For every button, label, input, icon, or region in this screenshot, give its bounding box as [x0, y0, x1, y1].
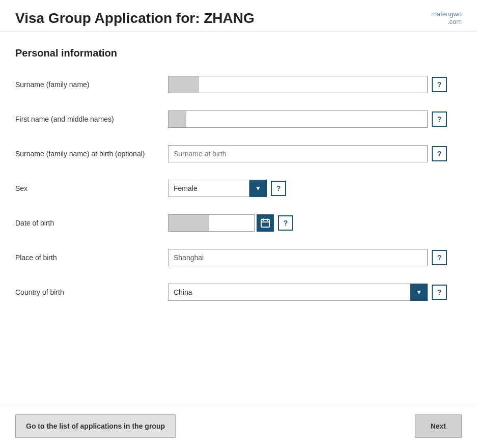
page-footer: Go to the list of applications in the gr… — [0, 404, 477, 448]
firstname-help-button[interactable]: ? — [432, 111, 447, 127]
svg-rect-3 — [267, 218, 268, 221]
firstname-input[interactable] — [168, 110, 428, 128]
place-of-birth-help-button[interactable]: ? — [432, 250, 447, 265]
sex-control-group: ▼ ? — [168, 180, 462, 197]
surname-control-group: ? — [168, 76, 462, 93]
place-of-birth-label: Place of birth — [15, 254, 168, 262]
form-content: Personal information Surname (family nam… — [0, 32, 477, 324]
surname-row: Surname (family name) ? — [15, 72, 462, 97]
dob-input[interactable] — [168, 214, 255, 232]
svg-rect-1 — [261, 221, 269, 222]
svg-rect-2 — [263, 218, 264, 221]
next-button[interactable]: Next — [415, 414, 462, 438]
back-to-list-button[interactable]: Go to the list of applications in the gr… — [15, 414, 176, 438]
dob-help-button[interactable]: ? — [278, 215, 293, 231]
country-of-birth-row: Country of birth ▼ ? — [15, 279, 462, 305]
page-title: Visa Group Application for: ZHANG — [15, 10, 255, 26]
surname-birth-row: Surname (family name) at birth (optional… — [15, 141, 462, 166]
sex-help-button[interactable]: ? — [271, 181, 286, 196]
sex-dropdown-button[interactable]: ▼ — [249, 180, 267, 197]
surname-birth-help-button[interactable]: ? — [432, 146, 447, 161]
country-select-wrapper: ▼ — [168, 284, 428, 301]
place-of-birth-row: Place of birth ? — [15, 245, 462, 270]
place-of-birth-control-group: ? — [168, 249, 462, 266]
surname-label: Surname (family name) — [15, 80, 168, 89]
country-of-birth-label: Country of birth — [15, 288, 168, 296]
sex-row: Sex ▼ ? — [15, 176, 462, 201]
country-of-birth-input[interactable] — [168, 284, 410, 301]
place-of-birth-input[interactable] — [168, 249, 428, 266]
calendar-icon — [261, 218, 270, 228]
dob-row: Date of birth ? — [15, 210, 462, 236]
country-of-birth-help-button[interactable]: ? — [432, 285, 447, 300]
firstname-row: First name (and middle names) ? — [15, 106, 462, 132]
section-title: Personal information — [15, 47, 462, 59]
sex-label: Sex — [15, 184, 168, 192]
calendar-button[interactable] — [257, 214, 274, 232]
surname-birth-label: Surname (family name) at birth (optional… — [15, 150, 168, 158]
sex-input[interactable] — [168, 180, 249, 197]
page-header: Visa Group Application for: ZHANG mafeng… — [0, 0, 477, 32]
dob-label: Date of birth — [15, 219, 168, 227]
firstname-control-group: ? — [168, 110, 462, 128]
surname-birth-input[interactable] — [168, 145, 428, 162]
sex-select-wrapper: ▼ — [168, 180, 267, 197]
surname-birth-control-group: ? — [168, 145, 462, 162]
country-dropdown-button[interactable]: ▼ — [410, 284, 428, 301]
country-of-birth-control-group: ▼ ? — [168, 284, 462, 301]
watermark: mafengwo .com — [431, 10, 462, 25]
firstname-label: First name (and middle names) — [15, 115, 168, 123]
surname-help-button[interactable]: ? — [432, 77, 447, 92]
surname-input[interactable] — [168, 76, 428, 93]
dob-control-group: ? — [168, 214, 462, 232]
svg-rect-0 — [261, 219, 269, 227]
